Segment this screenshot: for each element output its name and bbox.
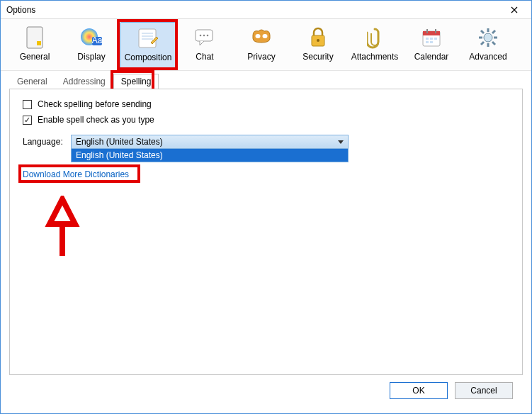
category-label: Composition [125,52,172,62]
svg-rect-24 [434,38,437,40]
check-before-send-row: Check spelling before sending [23,99,509,109]
svg-point-14 [256,34,261,38]
svg-point-13 [207,35,209,37]
category-label: Chat [196,52,213,62]
ok-button[interactable]: OK [390,382,448,399]
window-title: Options [6,5,500,15]
category-toolbar: General Aa Display Composition Chat [1,19,531,71]
category-label: Display [77,52,105,62]
category-chat[interactable]: Chat [176,22,233,69]
category-security[interactable]: Security [290,22,346,69]
chat-icon [192,25,217,50]
category-general[interactable]: General [6,22,63,69]
check-before-send-label[interactable]: Check spelling before sending [38,99,152,109]
svg-point-17 [317,39,319,42]
category-label: Calendar [414,52,449,62]
language-dropdown: English (United States) [71,149,349,162]
close-icon [511,6,518,13]
svg-rect-22 [426,38,429,40]
svg-rect-19 [423,31,440,35]
language-row: Language: English (United States) [23,135,509,149]
download-dictionaries-link[interactable]: Download More Dictionaries [23,169,129,179]
subtab-addressing[interactable]: Addressing [55,74,113,89]
category-advanced[interactable]: Advanced [460,22,516,69]
category-attachments[interactable]: Attachments [346,22,403,69]
subtab-spelling[interactable]: Spelling [113,74,159,89]
calendar-icon [419,25,444,50]
body-area: General Addressing Spelling Check spelli… [1,71,531,413]
svg-point-15 [263,34,268,38]
dialog-buttons: OK Cancel [9,375,523,406]
chevron-down-icon [338,140,344,144]
options-window: Options General Aa Display Composition [0,0,532,414]
language-selected-value: English (United States) [76,137,163,147]
composition-icon [135,26,161,51]
svg-text:Aa: Aa [92,35,103,45]
security-icon [305,25,331,50]
titlebar: Options [1,1,531,19]
svg-rect-25 [426,41,429,43]
language-select[interactable]: English (United States) [71,135,349,149]
general-icon [22,25,47,50]
category-label: Security [302,52,333,62]
close-button[interactable] [500,1,528,18]
enable-as-type-label[interactable]: Enable spell check as you type [38,115,154,125]
svg-rect-6 [139,29,156,47]
svg-point-11 [200,35,202,37]
svg-line-34 [492,30,495,33]
category-label: Advanced [469,52,506,62]
category-label: Attachments [351,52,399,62]
attachments-icon [362,25,387,50]
category-calendar[interactable]: Calendar [403,22,460,69]
category-composition[interactable]: Composition [120,22,176,69]
svg-rect-23 [430,38,433,40]
category-privacy[interactable]: Privacy [233,22,290,69]
language-option[interactable]: English (United States) [72,149,348,162]
annotation-arrow-icon [41,196,84,259]
enable-as-type-row: Enable spell check as you type [23,115,509,125]
cancel-button[interactable]: Cancel [455,382,513,399]
check-before-send-checkbox[interactable] [23,100,32,109]
language-label: Language: [23,137,65,147]
enable-as-type-checkbox[interactable] [23,116,32,125]
advanced-icon [475,25,501,50]
svg-point-12 [203,35,205,37]
svg-point-27 [484,33,492,42]
svg-rect-26 [430,41,433,43]
category-label: General [20,52,50,62]
privacy-icon [249,25,274,50]
category-display[interactable]: Aa Display [63,22,120,69]
category-label: Privacy [247,52,275,62]
svg-line-35 [481,42,484,45]
svg-line-32 [481,30,484,33]
subtab-strip: General Addressing Spelling [9,72,523,89]
spelling-panel: Check spelling before sending Enable spe… [9,89,523,375]
subtab-general[interactable]: General [9,74,55,89]
display-icon: Aa [79,25,104,50]
svg-line-33 [492,42,495,45]
svg-rect-2 [37,41,41,45]
